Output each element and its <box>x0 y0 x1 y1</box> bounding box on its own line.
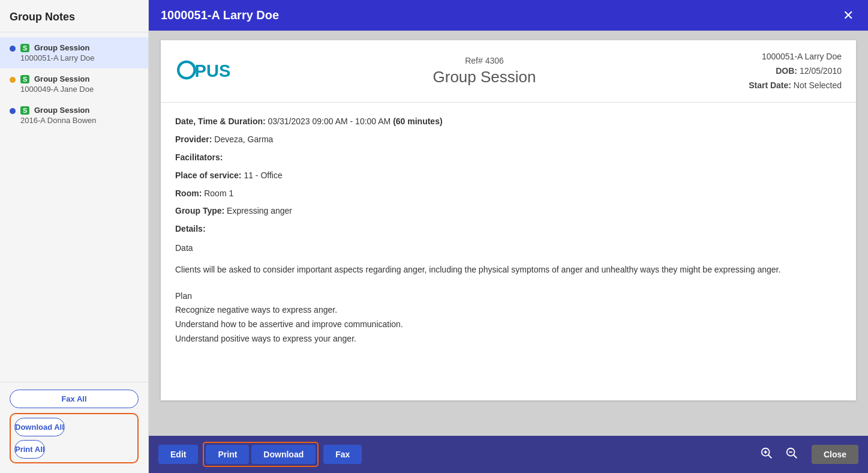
fax-button[interactable]: Fax <box>323 445 362 464</box>
sidebar-highlighted-group: Download All Print All <box>10 413 139 463</box>
main-content: 1000051-A Larry Doe ✕ PUS Ref# 4306 <box>149 0 868 473</box>
download-all-button[interactable]: Download All <box>14 418 65 436</box>
dot-indicator-2 <box>10 77 16 83</box>
sidebar-item-sub-2: 1000049-A Jane Doe <box>20 85 94 94</box>
sidebar-item-label-2: S Group Session <box>20 74 94 83</box>
sidebar-badge-1: S <box>20 44 29 52</box>
sidebar-item-jane-doe[interactable]: S Group Session 1000049-A Jane Doe <box>0 68 148 100</box>
download-button[interactable]: Download <box>251 445 316 464</box>
svg-line-5 <box>768 454 772 458</box>
place-of-service-field: Place of service: 11 - Office <box>175 169 842 183</box>
logo-area: PUS <box>175 55 247 87</box>
sidebar-item-larry-doe[interactable]: S Group Session 1000051-A Larry Doe <box>0 37 148 68</box>
edit-button[interactable]: Edit <box>158 445 198 464</box>
modal-close-button[interactable]: ✕ <box>840 9 856 22</box>
group-type-field: Group Type: Expressing anger <box>175 204 842 218</box>
zoom-in-icon <box>760 447 773 460</box>
sidebar-item-sub-1: 1000051-A Larry Doe <box>20 53 95 62</box>
room-field: Room: Room 1 <box>175 187 842 201</box>
dot-indicator-3 <box>10 108 16 114</box>
sidebar-item-label-3: S Group Session <box>20 106 96 115</box>
sidebar: Group Notes S Group Session 1000051-A La… <box>0 0 149 473</box>
zoom-controls <box>756 445 802 464</box>
svg-text:PUS: PUS <box>195 61 231 80</box>
document-header: PUS Ref# 4306 Group Session 1000051-A La… <box>161 40 856 103</box>
sidebar-badge-3: S <box>20 106 29 115</box>
fax-all-button[interactable]: Fax All <box>10 390 139 408</box>
document-patient-info: 1000051-A Larry Doe DOB: 12/05/2010 Star… <box>722 50 842 92</box>
bottom-toolbar: Edit Print Download Fax <box>149 436 868 473</box>
document-session-title: Group Session <box>257 68 712 86</box>
sidebar-title: Group Notes <box>0 0 148 32</box>
sidebar-items-list: S Group Session 1000051-A Larry Doe S Gr… <box>0 32 148 382</box>
patient-start-date: Start Date: Not Selected <box>722 79 842 93</box>
opus-logo: PUS <box>175 55 247 85</box>
plan-item-1: Recognize negative ways to express anger… <box>175 303 842 318</box>
plan-item-2: Understand how to be assertive and impro… <box>175 318 842 332</box>
facilitators-field: Facilitators: <box>175 151 842 165</box>
print-download-group: Print Download <box>203 442 319 467</box>
provider-field: Provider: Deveza, Garma <box>175 133 842 147</box>
dot-indicator-1 <box>10 46 16 52</box>
plan-label: Plan <box>175 289 842 304</box>
sidebar-item-content-2: S Group Session 1000049-A Jane Doe <box>20 74 94 94</box>
document-area: PUS Ref# 4306 Group Session 1000051-A La… <box>149 31 868 436</box>
svg-point-0 <box>178 62 194 78</box>
sidebar-footer: Fax All Download All Print All <box>0 382 148 473</box>
details-field: Details: <box>175 222 842 237</box>
document-ref: Ref# 4306 <box>257 56 712 65</box>
sidebar-item-content-1: S Group Session 1000051-A Larry Doe <box>20 43 95 62</box>
document-paper: PUS Ref# 4306 Group Session 1000051-A La… <box>161 40 856 400</box>
sidebar-item-label-1: S Group Session <box>20 43 95 52</box>
details-data: Data <box>175 241 842 256</box>
date-time-field: Date, Time & Duration: 03/31/2023 09:00 … <box>175 115 842 129</box>
patient-name: 1000051-A Larry Doe <box>722 50 842 64</box>
modal-header: 1000051-A Larry Doe ✕ <box>149 0 868 31</box>
sidebar-item-sub-3: 2016-A Donna Bowen <box>20 116 96 125</box>
print-all-button[interactable]: Print All <box>14 440 45 459</box>
close-button[interactable]: Close <box>812 445 858 464</box>
document-body: Date, Time & Duration: 03/31/2023 09:00 … <box>161 103 856 358</box>
document-center-info: Ref# 4306 Group Session <box>257 56 712 86</box>
details-paragraph: Clients will be asked to consider import… <box>175 263 842 277</box>
svg-line-8 <box>794 454 797 458</box>
sidebar-item-content-3: S Group Session 2016-A Donna Bowen <box>20 106 96 125</box>
sidebar-item-donna-bowen[interactable]: S Group Session 2016-A Donna Bowen <box>0 100 148 131</box>
modal-title: 1000051-A Larry Doe <box>161 8 279 22</box>
sidebar-badge-2: S <box>20 75 29 83</box>
zoom-out-button[interactable] <box>782 445 802 464</box>
print-button[interactable]: Print <box>206 445 249 464</box>
plan-item-3: Understand positive ways to express your… <box>175 332 842 346</box>
patient-dob: DOB: 12/05/2010 <box>722 64 842 79</box>
zoom-out-icon <box>785 447 798 460</box>
zoom-in-button[interactable] <box>756 445 777 464</box>
